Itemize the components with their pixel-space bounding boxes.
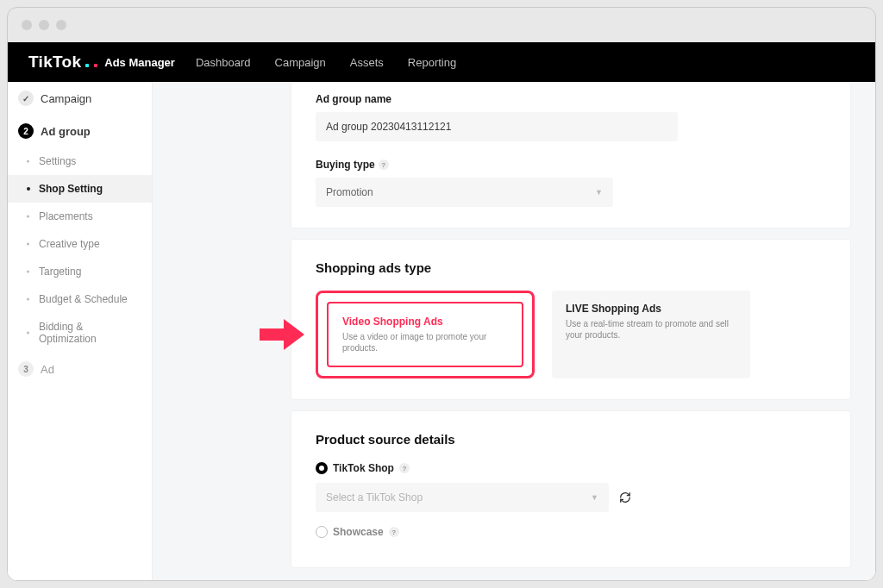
content: Ad group name Buying type ? Promotion ▼ …	[153, 82, 875, 580]
select-placeholder: Select a TikTok Shop	[326, 491, 423, 504]
sidebar-sub-shop-setting[interactable]: Shop Setting	[8, 175, 152, 203]
option-title: Video Shopping Ads	[342, 316, 508, 328]
window-dot	[22, 20, 32, 30]
input-adgroup-name[interactable]	[316, 112, 678, 141]
sidebar-step-label: Campaign	[41, 92, 91, 105]
sidebar-sub-targeting[interactable]: Targeting	[8, 258, 152, 285]
radio-label: Showcase	[333, 526, 384, 538]
card-adgroup-basic: Ad group name Buying type ? Promotion ▼	[291, 82, 851, 228]
logo-accent-pink	[94, 64, 97, 67]
option-video-shopping-ads[interactable]: Video Shopping Ads Use a video or image …	[327, 302, 523, 367]
ads-type-row: Video Shopping Ads Use a video or image …	[316, 291, 826, 378]
sidebar-sub-bidding[interactable]: Bidding & Optimization	[8, 313, 152, 353]
sidebar-step-label: Ad group	[41, 125, 91, 138]
label-buying-type: Buying type ?	[316, 159, 826, 171]
card-product-source: Product source details TikTok Shop ? Sel…	[291, 410, 851, 568]
option-desc: Use a real-time stream to promote and se…	[566, 318, 736, 341]
help-icon[interactable]: ?	[399, 463, 410, 473]
brand-product: Ads Manager	[104, 56, 175, 69]
help-icon[interactable]: ?	[389, 527, 399, 537]
highlight-frame: Video Shopping Ads Use a video or image …	[316, 291, 535, 378]
radio-unselected-icon	[316, 526, 328, 538]
check-icon	[18, 91, 34, 106]
brand-logo: TikTok	[28, 53, 81, 72]
radio-showcase[interactable]: Showcase ?	[316, 526, 826, 538]
radio-selected-icon	[316, 462, 328, 474]
select-tiktok-shop[interactable]: Select a TikTok Shop ▼	[316, 483, 609, 512]
sidebar-sub-budget[interactable]: Budget & Schedule	[8, 285, 152, 313]
browser-titlebar	[8, 8, 875, 42]
sidebar: Campaign 2 Ad group Settings Shop Settin…	[8, 82, 153, 580]
logo-accent-cyan	[85, 64, 89, 67]
app: TikTok Ads Manager Dashboard Campaign As…	[8, 42, 875, 580]
nav-assets[interactable]: Assets	[350, 56, 384, 69]
sidebar-step-ad[interactable]: 3 Ad	[8, 353, 152, 385]
select-buying-type[interactable]: Promotion ▼	[316, 178, 613, 207]
shop-select-row: Select a TikTok Shop ▼	[316, 483, 826, 512]
svg-marker-0	[260, 319, 304, 350]
window-dot	[39, 20, 49, 30]
select-value: Promotion	[326, 186, 373, 198]
browser-frame: TikTok Ads Manager Dashboard Campaign As…	[7, 7, 876, 581]
nav-dashboard[interactable]: Dashboard	[196, 56, 251, 69]
sidebar-step-label: Ad	[41, 363, 54, 376]
option-title: LIVE Shopping Ads	[566, 303, 736, 315]
sidebar-sub-settings[interactable]: Settings	[8, 147, 152, 175]
sidebar-step-adgroup[interactable]: 2 Ad group	[8, 115, 152, 147]
step-number-icon: 3	[18, 361, 34, 377]
brand: TikTok Ads Manager	[28, 53, 175, 72]
label-text: Ad group name	[316, 93, 391, 105]
chevron-down-icon: ▼	[591, 493, 598, 502]
section-title-source: Product source details	[316, 432, 826, 447]
chevron-down-icon: ▼	[595, 188, 603, 197]
nav-campaign[interactable]: Campaign	[275, 56, 326, 69]
sidebar-sub-creative-type[interactable]: Creative type	[8, 230, 152, 258]
card-shopping-type: Shopping ads type Video Shopping Ads Use…	[291, 239, 851, 400]
arrow-icon	[260, 319, 304, 350]
label-text: Buying type	[316, 159, 375, 171]
option-live-shopping-ads[interactable]: LIVE Shopping Ads Use a real-time stream…	[552, 291, 750, 378]
nav-reporting[interactable]: Reporting	[408, 56, 456, 69]
top-nav: Dashboard Campaign Assets Reporting	[196, 56, 456, 69]
help-icon[interactable]: ?	[379, 160, 389, 170]
radio-label: TikTok Shop	[333, 462, 394, 474]
label-adgroup-name: Ad group name	[316, 93, 826, 105]
refresh-icon[interactable]	[619, 491, 631, 504]
option-desc: Use a video or image to promote your pro…	[342, 331, 508, 353]
sidebar-step-campaign[interactable]: Campaign	[8, 82, 152, 115]
section-title-shopping: Shopping ads type	[316, 260, 826, 275]
body: Campaign 2 Ad group Settings Shop Settin…	[8, 82, 875, 580]
step-number-icon: 2	[18, 123, 34, 139]
topbar: TikTok Ads Manager Dashboard Campaign As…	[8, 42, 875, 82]
sidebar-sub-placements[interactable]: Placements	[8, 203, 152, 230]
window-dot	[56, 20, 66, 30]
radio-tiktok-shop[interactable]: TikTok Shop ?	[316, 462, 826, 474]
